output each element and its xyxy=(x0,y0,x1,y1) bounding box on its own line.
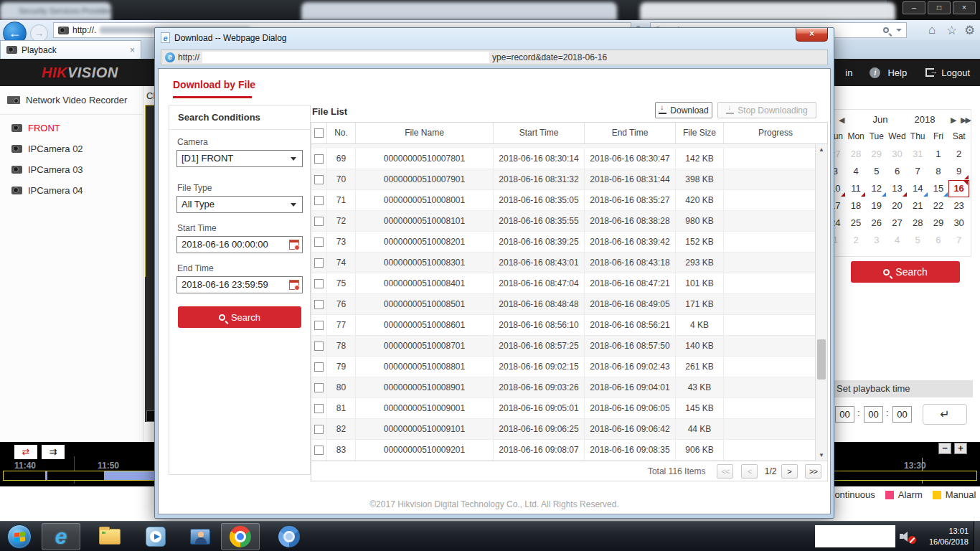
calendar-day[interactable]: 8 xyxy=(928,163,949,180)
calendar-day[interactable]: 11 xyxy=(846,180,867,197)
timeline-zoom-in-button[interactable]: + xyxy=(954,443,967,454)
calendar-day[interactable]: 7 xyxy=(948,232,969,249)
row-checkbox[interactable] xyxy=(314,321,324,330)
calendar-day[interactable]: 1 xyxy=(928,146,949,163)
calendar-day[interactable]: 29 xyxy=(928,215,949,232)
timeline-zoom-out-button[interactable]: − xyxy=(938,443,951,454)
sidebar-camera-item[interactable]: IPCamera 04 xyxy=(0,180,143,201)
pager-button[interactable]: > xyxy=(781,464,798,479)
help-link[interactable]: Help xyxy=(887,67,907,78)
start-button[interactable] xyxy=(7,524,32,549)
calendar-day[interactable]: 15 xyxy=(928,180,949,197)
table-row[interactable]: 77 00000000510008601 2018-06-16 08:56:10… xyxy=(311,315,815,336)
calendar-day[interactable]: 26 xyxy=(866,215,887,232)
sidebar-camera-item[interactable]: IPCamera 03 xyxy=(0,159,143,180)
minute-input[interactable]: 00 xyxy=(864,406,883,423)
calendar-day[interactable]: 14 xyxy=(908,180,928,197)
close-button[interactable]: × xyxy=(953,1,976,14)
start-time-input[interactable]: 2018-06-16 00:00:00 xyxy=(176,236,303,253)
calendar-search-button[interactable]: Search xyxy=(851,261,960,283)
camera-select[interactable]: [D1] FRONT xyxy=(176,150,303,167)
blurred-browser-tab[interactable]: Security Services Provider xyxy=(0,2,111,20)
calendar-day[interactable]: 30 xyxy=(887,146,908,163)
calendar-day[interactable]: 22 xyxy=(928,197,949,215)
blurred-browser-tab[interactable] xyxy=(640,2,895,20)
table-row[interactable]: 76 00000000510008501 2018-06-16 08:48:48… xyxy=(311,294,815,315)
calendar-day[interactable]: 2 xyxy=(846,232,867,249)
calendar-day[interactable]: 4 xyxy=(846,163,867,180)
row-checkbox[interactable] xyxy=(314,300,324,309)
calendar-day[interactable]: 9 xyxy=(948,163,969,180)
taskbar-clock[interactable]: 13:01 16/06/2018 xyxy=(914,526,969,547)
row-checkbox[interactable] xyxy=(314,342,324,351)
second-input[interactable]: 00 xyxy=(892,406,912,423)
calendar-day[interactable]: 4 xyxy=(887,232,908,249)
table-row[interactable]: 82 00000000510009101 2018-06-16 09:06:25… xyxy=(311,419,815,440)
calendar-icon[interactable] xyxy=(289,280,299,290)
file-type-select[interactable]: All Type xyxy=(176,196,303,213)
calendar-day[interactable]: 29 xyxy=(866,146,887,163)
calendar-icon[interactable] xyxy=(289,240,299,250)
logout-icon[interactable] xyxy=(925,68,934,77)
show-desktop-button[interactable] xyxy=(974,522,980,551)
calendar-day[interactable]: 20 xyxy=(887,197,908,215)
end-time-input[interactable]: 2018-06-16 23:59:59 xyxy=(176,276,303,293)
row-checkbox[interactable] xyxy=(314,217,324,226)
calendar-day[interactable]: 7 xyxy=(908,163,928,180)
chevron-down-icon[interactable] xyxy=(896,29,902,32)
calendar-day[interactable]: 5 xyxy=(866,163,887,180)
taskbar-chromium-button[interactable] xyxy=(270,523,308,550)
dialog-search-button[interactable]: Search xyxy=(178,306,301,328)
table-row[interactable]: 74 00000000510008301 2018-06-16 08:43:01… xyxy=(311,253,815,273)
home-icon[interactable]: ⌂ xyxy=(928,23,936,37)
dialog-titlebar[interactable]: e Download -- Webpage Dialog xyxy=(155,28,834,47)
calendar-day[interactable]: 12 xyxy=(866,180,887,197)
table-row[interactable]: 81 00000000510009001 2018-06-16 09:05:01… xyxy=(311,398,815,419)
calendar-day[interactable]: 31 xyxy=(908,146,928,163)
dialog-close-button[interactable]: × xyxy=(796,28,828,42)
calendar-day[interactable]: 18 xyxy=(846,197,867,215)
hour-input[interactable]: 00 xyxy=(835,406,854,423)
calendar-day[interactable]: 19 xyxy=(866,197,887,215)
sidebar-item-nvr[interactable]: Network Video Recorder xyxy=(0,86,143,111)
go-to-time-button[interactable]: ↵ xyxy=(923,404,967,425)
pager-button-disabled[interactable]: << xyxy=(717,464,733,479)
taskbar-media-player-button[interactable] xyxy=(136,523,175,550)
calendar-next-month-icon[interactable]: ▶ xyxy=(951,116,956,125)
calendar-day[interactable]: 21 xyxy=(908,197,928,215)
table-row[interactable]: 70 00000000510007901 2018-06-16 08:31:32… xyxy=(311,169,815,190)
blurred-browser-tab[interactable] xyxy=(301,2,617,20)
help-icon[interactable]: i xyxy=(870,67,880,78)
minimize-button[interactable]: – xyxy=(903,1,925,14)
row-checkbox[interactable] xyxy=(314,362,324,372)
table-row[interactable]: 79 00000000510008801 2018-06-16 09:02:15… xyxy=(311,357,815,377)
calendar-day[interactable]: 28 xyxy=(908,215,928,232)
table-row[interactable]: 69 00000000510007801 2018-06-16 08:30:14… xyxy=(311,149,815,169)
calendar-day[interactable]: 6 xyxy=(928,232,949,249)
calendar-day[interactable]: 27 xyxy=(887,215,908,232)
sidebar-camera-item[interactable]: IPCamera 02 xyxy=(0,138,143,159)
favorites-icon[interactable]: ☆ xyxy=(946,23,957,38)
sidebar-camera-item[interactable]: FRONT xyxy=(0,118,143,138)
table-row[interactable]: 71 00000000510008001 2018-06-16 08:35:05… xyxy=(311,190,815,211)
row-checkbox[interactable] xyxy=(314,446,324,455)
pager-button[interactable]: >> xyxy=(805,464,821,479)
row-checkbox[interactable] xyxy=(314,383,324,392)
taskbar-chrome-button[interactable] xyxy=(221,523,260,550)
tab-playback[interactable]: Playback × xyxy=(0,40,141,59)
scroll-up-icon[interactable]: ▲ xyxy=(816,144,827,155)
calendar-month[interactable]: Jun xyxy=(866,114,895,125)
taskbar-ie-button[interactable]: e xyxy=(42,523,80,550)
pager-button-disabled[interactable]: < xyxy=(741,464,758,479)
calendar-day[interactable]: 23 xyxy=(948,197,969,215)
row-checkbox[interactable] xyxy=(314,175,324,184)
stop-downloading-button[interactable]: Stop Downloading xyxy=(717,102,816,118)
row-checkbox[interactable] xyxy=(314,196,324,205)
tab-download-by-file[interactable]: Download by File xyxy=(173,79,255,90)
calendar-prev-month-icon[interactable]: ◀ xyxy=(839,116,844,125)
calendar-day[interactable]: 28 xyxy=(846,146,867,163)
taskbar-explorer-button[interactable] xyxy=(90,523,129,550)
speaker-muted-icon[interactable] xyxy=(900,532,911,541)
calendar-day[interactable]: 30 xyxy=(948,215,969,232)
table-scrollbar[interactable]: ▲ ▼ xyxy=(815,144,827,461)
